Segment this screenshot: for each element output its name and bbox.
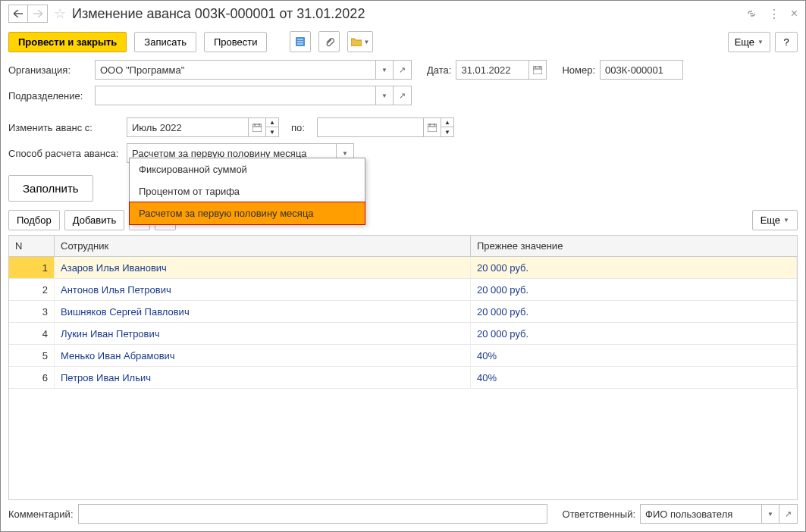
table-row[interactable]: 2 Антонов Илья Петрович 20 000 руб. xyxy=(9,279,797,301)
step-up-icon[interactable]: ▲ xyxy=(266,118,278,127)
responsible-label: Ответственный: xyxy=(563,509,635,520)
fill-row: Заполнить xyxy=(1,172,805,205)
arrow-left-icon xyxy=(14,10,23,17)
org-open-button[interactable]: ↗ xyxy=(394,60,412,80)
number-input[interactable]: 003К-000001 xyxy=(600,60,683,80)
svg-rect-2 xyxy=(252,124,262,132)
cell-prev: 20 000 руб. xyxy=(471,279,797,300)
cell-n: 3 xyxy=(9,301,55,322)
step-down-icon[interactable]: ▼ xyxy=(441,127,453,136)
chevron-down-icon: ▼ xyxy=(783,217,789,224)
favorite-star-icon[interactable]: ☆ xyxy=(54,5,66,22)
to-month-input[interactable] xyxy=(317,117,423,137)
chevron-down-icon: ▼ xyxy=(381,67,387,74)
cell-employee: Менько Иван Абрамович xyxy=(55,345,471,366)
calc-method-row: Способ расчета аванса: Расчетом за перву… xyxy=(1,140,805,166)
table-row[interactable]: 4 Лукин Иван Петрович 20 000 руб. xyxy=(9,323,797,345)
col-header-employee[interactable]: Сотрудник xyxy=(55,236,471,256)
date-calendar-button[interactable] xyxy=(528,60,547,80)
org-date-number-row: Организация: ООО "Программа" ▼ ↗ Дата: 3… xyxy=(1,57,805,83)
folder-icon xyxy=(351,37,362,46)
conduct-button[interactable]: Провести xyxy=(204,32,268,52)
number-label: Номер: xyxy=(562,64,595,76)
main-toolbar: Провести и закрыть Записать Провести ▼ Е… xyxy=(1,27,805,57)
from-stepper[interactable]: ▲ ▼ xyxy=(266,117,279,137)
comment-input[interactable] xyxy=(78,504,547,524)
open-icon: ↗ xyxy=(785,509,792,519)
change-from-label: Изменить аванс с: xyxy=(8,122,122,133)
window-title: Изменение аванса 003К-000001 от 31.01.20… xyxy=(72,6,365,22)
step-down-icon[interactable]: ▼ xyxy=(266,127,278,136)
org-select-button[interactable]: ▼ xyxy=(375,60,394,80)
link-icon[interactable] xyxy=(745,8,757,20)
table-row[interactable]: 6 Петров Иван Ильич 40% xyxy=(9,367,797,389)
titlebar: ☆ Изменение аванса 003К-000001 от 31.01.… xyxy=(1,1,805,27)
calc-method-label: Способ расчета аванса: xyxy=(8,148,122,159)
cell-employee: Вишняков Сергей Павлович xyxy=(55,301,471,322)
to-month-group: ▲ ▼ xyxy=(317,117,454,137)
cell-n: 6 xyxy=(9,367,55,388)
table-row[interactable]: 1 Азаров Илья Иванович 20 000 руб. xyxy=(9,257,797,279)
kebab-menu-icon[interactable]: ⋮ xyxy=(768,7,780,21)
dept-input[interactable] xyxy=(95,86,375,105)
cell-n: 5 xyxy=(9,345,55,366)
paperclip-icon xyxy=(324,36,334,47)
fill-button[interactable]: Заполнить xyxy=(8,175,93,202)
attach-icon-button[interactable] xyxy=(318,31,340,52)
responsible-input[interactable]: ФИО пользователя xyxy=(640,504,761,524)
open-icon: ↗ xyxy=(399,65,406,75)
cell-n: 1 xyxy=(9,257,55,278)
org-input-group: ООО "Программа" ▼ ↗ xyxy=(95,60,412,80)
dropdown-option-first-half[interactable]: Расчетом за первую половину месяца xyxy=(129,202,365,225)
more-button[interactable]: Еще ▼ xyxy=(728,32,770,52)
pick-button[interactable]: Подбор xyxy=(8,210,60,230)
period-row: Изменить аванс с: Июль 2022 ▲ ▼ по: ▲ ▼ xyxy=(1,114,805,140)
close-icon[interactable]: × xyxy=(791,7,798,20)
dept-select-button[interactable]: ▼ xyxy=(375,86,394,105)
add-button[interactable]: Добавить xyxy=(64,210,124,230)
chevron-down-icon: ▼ xyxy=(767,511,773,518)
cell-prev: 20 000 руб. xyxy=(471,257,797,278)
col-header-prev[interactable]: Прежнее значение xyxy=(471,236,797,256)
to-calendar-button[interactable] xyxy=(423,117,441,137)
chevron-down-icon: ▼ xyxy=(381,92,387,99)
dept-row: Подразделение: ▼ ↗ xyxy=(1,83,805,108)
table-more-button[interactable]: Еще ▼ xyxy=(752,210,798,230)
date-label: Дата: xyxy=(427,64,451,76)
dept-open-button[interactable]: ↗ xyxy=(394,86,412,105)
cell-prev: 40% xyxy=(471,367,797,388)
date-input-group: 31.01.2022 xyxy=(456,60,547,80)
org-label: Организация: xyxy=(8,64,90,76)
list-icon-button[interactable] xyxy=(290,31,311,52)
folder-dropdown-button[interactable]: ▼ xyxy=(347,31,373,52)
conduct-and-close-button[interactable]: Провести и закрыть xyxy=(8,32,127,52)
table-row[interactable]: 5 Менько Иван Абрамович 40% xyxy=(9,345,797,367)
dropdown-option-fixed[interactable]: Фиксированной суммой xyxy=(130,158,365,180)
chevron-down-icon: ▼ xyxy=(342,150,348,157)
cell-employee: Лукин Иван Петрович xyxy=(55,323,471,344)
dept-label: Подразделение: xyxy=(8,90,90,102)
calendar-icon xyxy=(428,123,437,132)
responsible-select-button[interactable]: ▼ xyxy=(761,504,779,524)
responsible-open-button[interactable]: ↗ xyxy=(779,504,798,524)
date-input[interactable]: 31.01.2022 xyxy=(456,60,528,80)
org-input[interactable]: ООО "Программа" xyxy=(95,60,375,80)
nav-back-button[interactable] xyxy=(8,5,28,23)
from-month-input[interactable]: Июль 2022 xyxy=(127,117,248,137)
table-toolbar: Подбор Добавить Еще ▼ xyxy=(1,205,805,235)
save-button[interactable]: Записать xyxy=(134,32,196,52)
employee-grid: N Сотрудник Прежнее значение 1 Азаров Ил… xyxy=(8,235,798,500)
calendar-icon xyxy=(252,123,262,132)
cell-prev: 40% xyxy=(471,345,797,366)
to-stepper[interactable]: ▲ ▼ xyxy=(441,117,454,137)
grid-body: 1 Азаров Илья Иванович 20 000 руб. 2 Ант… xyxy=(9,257,797,499)
from-calendar-button[interactable] xyxy=(248,117,266,137)
table-row[interactable]: 3 Вишняков Сергей Павлович 20 000 руб. xyxy=(9,301,797,323)
nav-forward-button[interactable] xyxy=(28,5,48,23)
step-up-icon[interactable]: ▲ xyxy=(441,118,453,127)
dropdown-option-percent[interactable]: Процентом от тарифа xyxy=(130,180,365,202)
col-header-n[interactable]: N xyxy=(9,236,55,256)
help-button[interactable]: ? xyxy=(775,32,798,52)
calc-method-dropdown: Фиксированной суммой Процентом от тарифа… xyxy=(129,158,365,225)
grid-header: N Сотрудник Прежнее значение xyxy=(9,236,797,257)
